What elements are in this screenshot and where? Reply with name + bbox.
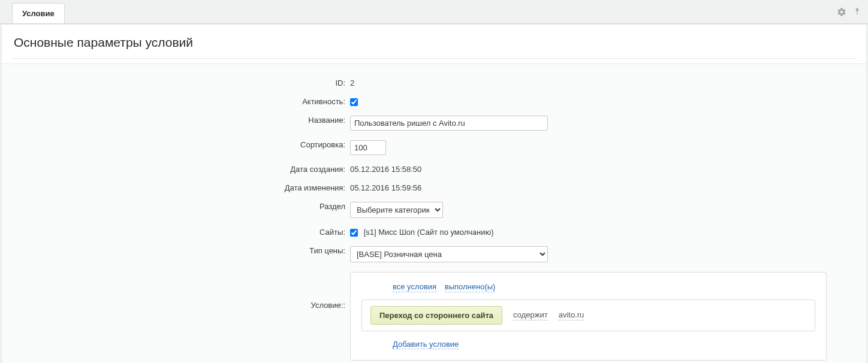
site-checkbox[interactable] — [350, 229, 358, 237]
row-name: Название: — [11, 113, 857, 131]
condition-header: все условия выполнено(ы) — [393, 282, 815, 291]
section-select[interactable]: Выберите категорию — [350, 202, 443, 218]
rule-contains[interactable]: содержит — [513, 310, 548, 320]
row-created: Дата создания: 05.12.2016 15:58:50 — [11, 162, 857, 174]
label-created: Дата создания: — [11, 162, 350, 174]
value-created: 05.12.2016 15:58:50 — [350, 165, 421, 174]
tab-bar: Условие — [0, 0, 868, 24]
section-title: Основные параметры условий — [11, 25, 857, 59]
label-active: Активность: — [11, 95, 350, 106]
pin-icon[interactable] — [852, 7, 862, 17]
value-id: 2 — [350, 78, 354, 87]
tab-label: Условие — [22, 9, 55, 18]
label-price-type: Тип цены: — [11, 244, 350, 255]
label-section: Раздел — [11, 199, 350, 211]
label-condition: Условие:: — [11, 270, 350, 310]
rule-chip[interactable]: Переход со стороннего сайта — [370, 306, 502, 325]
label-name: Название: — [11, 113, 350, 125]
label-sites: Сайты: — [11, 225, 350, 237]
price-type-select[interactable]: [BASE] Розничная цена — [350, 246, 548, 262]
name-input[interactable] — [350, 116, 548, 131]
label-modified: Дата изменения: — [11, 181, 350, 192]
rule-value[interactable]: avito.ru — [559, 310, 584, 320]
row-section: Раздел Выберите категорию — [11, 199, 857, 218]
add-condition-link[interactable]: Добавить условие — [393, 340, 459, 349]
condition-builder: все условия выполнено(ы) Переход со стор… — [350, 272, 827, 361]
cond-done-link[interactable]: выполнено(ы) — [445, 282, 496, 292]
active-checkbox[interactable] — [350, 98, 358, 106]
row-price-type: Тип цены: [BASE] Розничная цена — [11, 244, 857, 262]
label-sort: Сортировка: — [11, 138, 350, 149]
form-area: ID: 2 Активность: Название: Сортировка: … — [2, 63, 866, 363]
row-modified: Дата изменения: 05.12.2016 15:59:56 — [11, 181, 857, 192]
tab-condition[interactable]: Условие — [12, 3, 65, 23]
gear-icon[interactable] — [837, 7, 846, 17]
site-option-label: [s1] Мисс Шоп (Сайт по умолчанию) — [364, 228, 494, 237]
condition-rule: Переход со стороннего сайта содержит avi… — [361, 300, 815, 331]
row-active: Активность: — [11, 95, 857, 106]
row-condition: Условие:: все условия выполнено(ы) Перех… — [11, 270, 857, 361]
row-sites: Сайты: [s1] Мисс Шоп (Сайт по умолчанию) — [11, 225, 857, 237]
row-id: ID: 2 — [11, 76, 857, 87]
main-panel: Основные параметры условий ID: 2 Активно… — [1, 24, 867, 363]
sort-input[interactable] — [350, 140, 386, 155]
label-id: ID: — [11, 76, 350, 87]
value-modified: 05.12.2016 15:59:56 — [350, 183, 421, 192]
cond-all-link[interactable]: все условия — [393, 282, 436, 292]
row-sort: Сортировка: — [11, 138, 857, 155]
